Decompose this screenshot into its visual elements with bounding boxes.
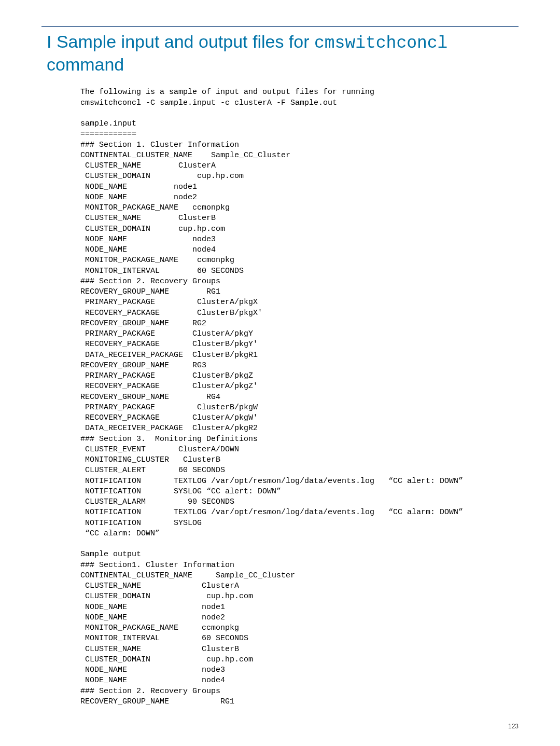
section3-body: CLUSTER_EVENT ClusterA/DOWN MONITORING_C… xyxy=(80,445,463,538)
sample-output-label: Sample output xyxy=(80,550,141,559)
title-code: cmswitchconcl xyxy=(314,34,447,53)
section2-body: RECOVERY_GROUP_NAME RG1 PRIMARY_PACKAGE … xyxy=(80,287,262,433)
sample-input-label: sample.input xyxy=(80,119,136,128)
intro-line-2: cmswitchconcl -C sample.input -c cluster… xyxy=(80,99,337,107)
output-section2-header: ### Section 2. Recovery Groups xyxy=(80,687,220,696)
title-prefix: I Sample input and output files for xyxy=(47,32,314,51)
output-section2-body: RECOVERY_GROUP_NAME RG1 xyxy=(80,697,234,706)
divider: ============ xyxy=(80,130,136,139)
output-section1-header: ### Section1. Cluster Information xyxy=(80,561,234,570)
section2-header: ### Section 2. Recovery Groups xyxy=(80,277,220,286)
page-number: 123 xyxy=(41,723,519,730)
section1-header: ### Section 1. Cluster Information xyxy=(80,141,239,149)
page-title: I Sample input and output files for cmsw… xyxy=(41,31,519,75)
document-body: The following is a sample of input and o… xyxy=(41,87,519,707)
intro-line-1: The following is a sample of input and o… xyxy=(80,88,374,96)
top-rule xyxy=(41,26,519,27)
output-section1-body: CONTINENTAL_CLUSTER_NAME Sample_CC_Clust… xyxy=(80,571,295,685)
section3-header: ### Section 3. Monitoring Definitions xyxy=(80,435,258,444)
title-suffix: command xyxy=(47,54,124,74)
section1-body: CONTINENTAL_CLUSTER_NAME Sample_CC_Clust… xyxy=(80,151,290,275)
